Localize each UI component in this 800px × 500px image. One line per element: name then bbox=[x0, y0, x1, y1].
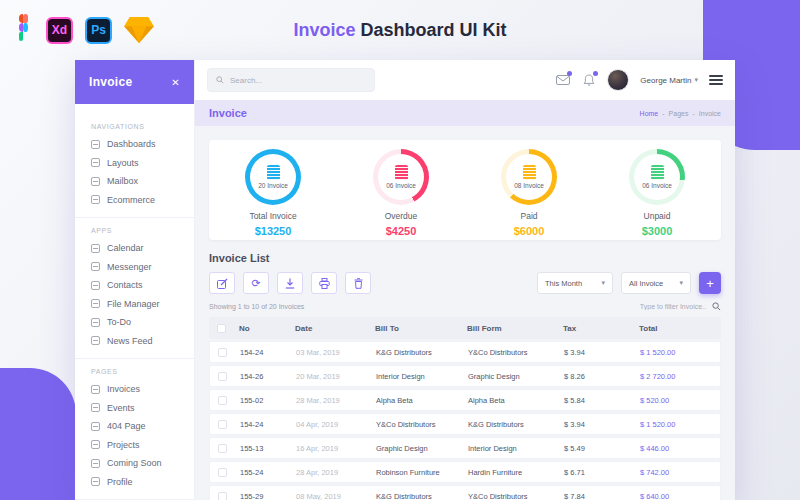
print-icon bbox=[319, 278, 330, 289]
top-navbar: George Martin ▾ bbox=[195, 60, 735, 100]
row-checkbox[interactable] bbox=[218, 420, 227, 429]
news-icon bbox=[91, 336, 100, 345]
page-title: Invoice bbox=[209, 107, 247, 119]
row-checkbox[interactable] bbox=[218, 348, 227, 357]
breadcrumb-pages[interactable]: Pages bbox=[669, 110, 689, 117]
stat-total-invoice: 20 Invoice Total Invoice $13250 bbox=[209, 149, 337, 240]
col-tax: Tax bbox=[563, 324, 639, 333]
invoice-type-select[interactable]: All Invoice ▾ bbox=[621, 272, 691, 294]
add-invoice-button[interactable]: + bbox=[699, 272, 721, 294]
search-box[interactable] bbox=[207, 68, 375, 92]
invoice-toolbar: ⟳ This Month ▾ bbox=[209, 272, 721, 294]
promo-title-highlight: Invoice bbox=[293, 20, 355, 40]
notifications-bell-icon[interactable] bbox=[581, 73, 596, 88]
sidebar-item-404-page[interactable]: 404 Page bbox=[91, 417, 194, 436]
trash-icon bbox=[354, 278, 363, 289]
cart-icon bbox=[91, 195, 100, 204]
sidebar-item-events[interactable]: Events bbox=[91, 399, 194, 418]
download-button[interactable] bbox=[277, 272, 303, 294]
table-row[interactable]: 154-24 04 Apr, 2019 Y&Co Distributors K&… bbox=[209, 413, 721, 435]
user-menu[interactable]: George Martin ▾ bbox=[640, 76, 698, 85]
search-icon[interactable] bbox=[712, 302, 721, 311]
col-date: Date bbox=[295, 324, 375, 333]
month-filter-select[interactable]: This Month ▾ bbox=[537, 272, 613, 294]
row-checkbox[interactable] bbox=[218, 492, 227, 500]
breadcrumb-current: Invoice bbox=[699, 110, 721, 117]
messages-icon[interactable] bbox=[555, 73, 570, 88]
breadcrumb-home[interactable]: Home bbox=[640, 110, 659, 117]
overdue-ring: 06 Invoice bbox=[373, 149, 429, 205]
search-icon bbox=[216, 76, 224, 84]
row-checkbox[interactable] bbox=[218, 468, 227, 477]
stat-unpaid: 06 Invoice Unpaid $3000 bbox=[593, 149, 721, 240]
sidebar-item-ecommerce[interactable]: Ecommerce bbox=[91, 191, 194, 210]
invoice-list-title: Invoice List bbox=[209, 252, 721, 264]
sidebar-item-calendar[interactable]: Calendar bbox=[91, 239, 194, 258]
promo-canvas: Xd Ps Invoice Dashboard UI Kit Invoice ✕ bbox=[0, 0, 800, 500]
table-row[interactable]: 155-29 08 May, 2019 K&G Distributors Y&C… bbox=[209, 485, 721, 500]
table-row[interactable]: 155-02 28 Mar, 2019 Alpha Beta Alpha Bet… bbox=[209, 389, 721, 411]
sidebar-item-todo[interactable]: To-Do bbox=[91, 313, 194, 332]
table-row[interactable]: 154-24 03 Mar, 2019 K&G Distributors Y&C… bbox=[209, 341, 721, 363]
folder-icon bbox=[91, 299, 100, 308]
search-input[interactable] bbox=[230, 76, 350, 85]
table-row[interactable]: 155-13 16 Apr, 2019 Graphic Design Inter… bbox=[209, 437, 721, 459]
filter-input[interactable] bbox=[594, 303, 706, 310]
stat-label: Unpaid bbox=[644, 211, 671, 221]
promo-title: Invoice Dashboard UI Kit bbox=[293, 20, 506, 41]
sidebar-item-profile[interactable]: Profile bbox=[91, 473, 194, 492]
hamburger-menu-icon[interactable] bbox=[709, 75, 723, 85]
promo-title-rest: Dashboard UI Kit bbox=[361, 20, 507, 40]
invoice-icon bbox=[91, 385, 100, 394]
sidebar-section-pages: PAGES bbox=[91, 368, 194, 375]
refresh-button[interactable]: ⟳ bbox=[243, 272, 269, 294]
sidebar-close-icon[interactable]: ✕ bbox=[171, 77, 180, 88]
photoshop-icon: Ps bbox=[85, 17, 112, 44]
invoice-summary-card: 20 Invoice Total Invoice $13250 06 Invoi… bbox=[209, 140, 721, 240]
refresh-icon: ⟳ bbox=[251, 277, 260, 290]
projects-icon bbox=[91, 440, 100, 449]
invoice-receipt-icon bbox=[267, 165, 280, 180]
sketch-icon bbox=[124, 17, 154, 43]
sidebar-item-coming-soon[interactable]: Coming Soon bbox=[91, 454, 194, 473]
notification-dot bbox=[567, 71, 572, 76]
sidebar-item-file-manager[interactable]: File Manager bbox=[91, 295, 194, 314]
sidebar-item-layouts[interactable]: Layouts bbox=[91, 154, 194, 173]
edit-button[interactable] bbox=[209, 272, 235, 294]
invoice-receipt-icon bbox=[523, 165, 536, 180]
table-filter[interactable] bbox=[594, 302, 721, 311]
col-bill-form: Bill Form bbox=[467, 324, 563, 333]
figma-icon bbox=[12, 14, 34, 46]
stat-label: Overdue bbox=[385, 211, 418, 221]
row-checkbox[interactable] bbox=[218, 396, 227, 405]
clock-icon bbox=[91, 459, 100, 468]
row-checkbox[interactable] bbox=[218, 372, 227, 381]
col-no: No bbox=[239, 324, 295, 333]
select-all-checkbox[interactable] bbox=[217, 324, 226, 333]
row-checkbox[interactable] bbox=[218, 444, 227, 453]
brand-logo-text: Invoice bbox=[89, 75, 132, 89]
sidebar-item-dashboards[interactable]: Dashboards bbox=[91, 135, 194, 154]
sidebar-item-mailbox[interactable]: Mailbox bbox=[91, 172, 194, 191]
stat-amount: $13250 bbox=[255, 225, 292, 237]
dashboard-window: Invoice ✕ NAVIGATIONS Dashboards Layouts… bbox=[75, 60, 735, 500]
delete-button[interactable] bbox=[345, 272, 371, 294]
sidebar-item-messenger[interactable]: Messenger bbox=[91, 258, 194, 277]
contacts-icon bbox=[91, 281, 100, 290]
error-page-icon bbox=[91, 422, 100, 431]
user-avatar[interactable] bbox=[607, 69, 629, 91]
events-icon bbox=[91, 403, 100, 412]
print-button[interactable] bbox=[311, 272, 337, 294]
invoice-receipt-icon bbox=[651, 165, 664, 180]
sidebar-item-news-feed[interactable]: News Feed bbox=[91, 332, 194, 351]
table-row[interactable]: 155-24 28 Apr, 2019 Robinson Furniture H… bbox=[209, 461, 721, 483]
stat-overdue: 06 Invoice Overdue $4250 bbox=[337, 149, 465, 240]
sidebar-item-invoices[interactable]: Invoices bbox=[91, 380, 194, 399]
sidebar-item-projects[interactable]: Projects bbox=[91, 436, 194, 455]
sidebar-item-contacts[interactable]: Contacts bbox=[91, 276, 194, 295]
chat-icon bbox=[91, 262, 100, 271]
stat-amount: $6000 bbox=[514, 225, 545, 237]
table-row[interactable]: 154-26 20 Mar, 2019 Interior Design Grap… bbox=[209, 365, 721, 387]
decor-blob-bottom-left bbox=[0, 368, 76, 500]
stat-amount: $3000 bbox=[642, 225, 673, 237]
